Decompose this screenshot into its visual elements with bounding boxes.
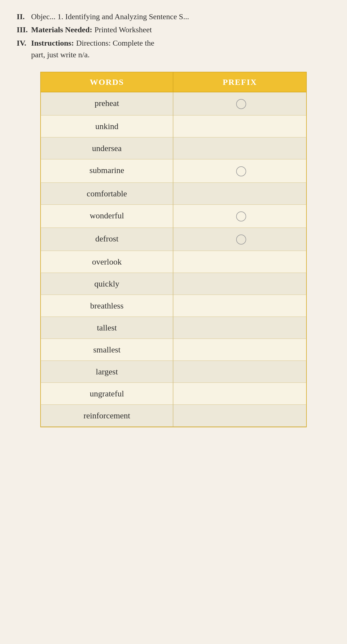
prefix-cell [173,295,306,317]
prefix-cell [173,92,306,115]
prefix-cell [173,251,306,273]
section-iii: III. Materials Needed: Printed Worksheet [17,24,330,35]
table-row: unkind [40,115,307,137]
prefix-cell [173,183,306,204]
numeral-ii: II. [17,11,28,22]
word-cell: unkind [41,115,174,137]
numeral-iv: IV. [17,37,28,49]
words-column-header: WORDS [41,72,174,92]
instructions-continuation: part, just write n/a. [17,49,330,61]
header-section: II. Objec... 1. Identifying and Analyzin… [17,11,330,61]
instructions-row: IV. Instructions: Directions: Complete t… [17,37,330,49]
section-ii: II. Objec... 1. Identifying and Analyzin… [17,11,330,22]
words-table: WORDS PREFIX preheatunkindunderseasubmar… [40,72,307,427]
materials-label: Materials Needed: [31,24,92,35]
table-row: tallest [40,317,307,339]
word-cell: largest [41,361,174,383]
table-row: undersea [40,137,307,159]
table-row: ungrateful [40,383,307,405]
table-row: quickly [40,273,307,295]
table-row: overlook [40,251,307,273]
prefix-cell [173,339,306,361]
word-cell: wonderful [41,205,174,228]
table-row: comfortable [40,183,307,205]
table-row: breathless [40,295,307,317]
table-body: preheatunkindunderseasubmarinecomfortabl… [40,92,307,427]
instructions-content: Directions: Complete the [76,37,154,49]
word-cell: preheat [41,92,174,115]
circle-indicator [236,99,246,109]
materials-content: Printed Worksheet [94,24,152,35]
section-iv: IV. Instructions: Directions: Complete t… [17,37,330,61]
table-row: defrost [40,228,307,251]
word-cell: defrost [41,228,174,251]
section-ii-text: Objec... 1. Identifying and Analyzing Se… [31,11,189,22]
word-cell: smallest [41,339,174,361]
prefix-cell [173,159,306,182]
table-header: WORDS PREFIX [40,72,307,92]
prefix-cell [173,405,306,426]
prefix-cell [173,137,306,159]
prefix-cell [173,273,306,295]
prefix-cell [173,317,306,339]
circle-indicator [236,211,246,221]
prefix-cell [173,383,306,404]
instructions-label: Instructions: [31,37,74,49]
table-row: smallest [40,339,307,361]
prefix-cell [173,205,306,228]
word-cell: ungrateful [41,383,174,404]
prefix-cell [173,228,306,251]
word-cell: undersea [41,137,174,159]
word-cell: comfortable [41,183,174,204]
word-cell: quickly [41,273,174,295]
word-cell: submarine [41,159,174,182]
word-cell: tallest [41,317,174,339]
table-row: submarine [40,159,307,182]
table-row: wonderful [40,205,307,228]
circle-indicator [236,235,246,245]
table-row: largest [40,361,307,383]
word-cell: reinforcement [41,405,174,426]
numeral-iii: III. [17,24,28,35]
table-row: preheat [40,92,307,115]
word-cell: breathless [41,295,174,317]
prefix-column-header: PREFIX [173,72,306,92]
table-row: reinforcement [40,405,307,427]
prefix-cell [173,361,306,383]
word-cell: overlook [41,251,174,273]
prefix-cell [173,115,306,137]
circle-indicator [236,166,246,176]
